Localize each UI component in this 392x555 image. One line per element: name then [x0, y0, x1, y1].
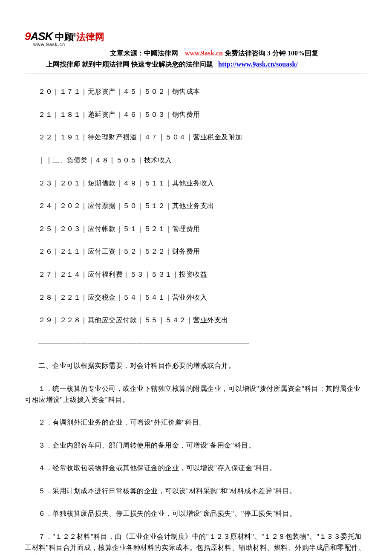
source-line: 文章来源：中顾法律网 www.9ask.cn 免费法律咨询 3 分钟 100%回… — [25, 48, 367, 59]
logo-cn: 中顾®法律网 — [55, 32, 104, 42]
header-rule — [25, 73, 367, 73]
page-header: 9ASK 中顾®法律网 www.9ask.cn 文章来源：中顾法律网 www.9… — [25, 30, 367, 69]
table-row: ２５｜２０３｜应付帐款｜５１｜５２１｜管理费用 — [25, 223, 367, 234]
table-row: ２４｜２０２｜应付票据｜５０｜５１２｜其他业务支出 — [25, 200, 367, 211]
site-logo: 9ASK 中顾®法律网 www.9ask.cn — [25, 30, 367, 47]
table-row: ２６｜２１１｜应付工资｜５２｜５２２｜财务费用 — [25, 246, 367, 257]
table-row: ２７｜２１４｜应付福利费｜５３｜５３１｜投资收益 — [25, 269, 367, 280]
table-row: ２３｜２０１｜短期借款｜４９｜５１１｜其他业务收入 — [25, 178, 367, 189]
list-item: ７．"１２２材料"科目，由《工业企业会计制度》中的"１２３原材料"、"１２８包装… — [25, 531, 367, 555]
table-row: ２９｜２２８｜其他应交应付款｜５５｜５４２｜营业外支出 — [25, 315, 367, 326]
table-row: ２１｜１８１｜递延资产｜４６｜５０３｜销售费用 — [25, 109, 367, 120]
source-prefix: 文章来源：中顾法律网 — [110, 49, 178, 57]
list-item: ３．企业内部各车间、部门周转使用的备用金，可增设"备用金"科目。 — [25, 440, 367, 451]
source-link[interactable]: www.9ask.cn — [185, 49, 223, 57]
nav-link[interactable]: http://www.9ask.cn/souask/ — [218, 61, 298, 68]
table-row: ２２｜１９１｜待处理财产损溢｜４７｜５０４｜营业税金及附加 — [25, 132, 367, 143]
logo-nine: 9 — [25, 30, 30, 43]
table-divider: —————————————————————————————— — [25, 338, 367, 349]
nav-line: 上网找律师 就到中顾法律网 快速专业解决您的法律问题 http://www.9a… — [25, 59, 367, 70]
source-suffix: 免费法律咨询 3 分钟 100%回复 — [223, 49, 318, 57]
table-row: ２８｜２２１｜应交税金｜５４｜５４１｜营业外收入 — [25, 292, 367, 303]
list-item: １．统一核算的专业公司，或企业下辖独立核算的附属企业，可以增设"拨付所属资金"科… — [25, 383, 367, 405]
logo-ask: ASK — [30, 30, 52, 43]
list-item: ５．采用计划成本进行日常核算的企业，可以设"材料采购"和"材料成本差异"科目。 — [25, 486, 367, 497]
document-body: ２０｜１７１｜无形资产｜４５｜５０２｜销售成本 ２１｜１８１｜递延资产｜４６｜５… — [25, 86, 367, 555]
list-item: ２．有调剂外汇业务的企业，可增设"外汇价差"科目。 — [25, 417, 367, 428]
table-row: ｜｜二、负债类｜４８｜５０５｜技术收入 — [25, 155, 367, 166]
list-item: ６．单独核算废品损失、停工损失的企业，可以增设"废品损失"、"停工损失"科目。 — [25, 508, 367, 519]
table-row: ２０｜１７１｜无形资产｜４５｜５０２｜销售成本 — [25, 86, 367, 97]
nav-prefix: 上网找律师 就到中顾法律网 快速专业解决您的法律问题 — [46, 61, 213, 68]
list-item: ４．经常收取包装物押金或其他保证金的企业，可以增设"存入保证金"科目。 — [25, 462, 367, 474]
section-title: 二、企业可以根据实际需要，对会计科目作必要的增减或合并。 — [25, 360, 367, 371]
